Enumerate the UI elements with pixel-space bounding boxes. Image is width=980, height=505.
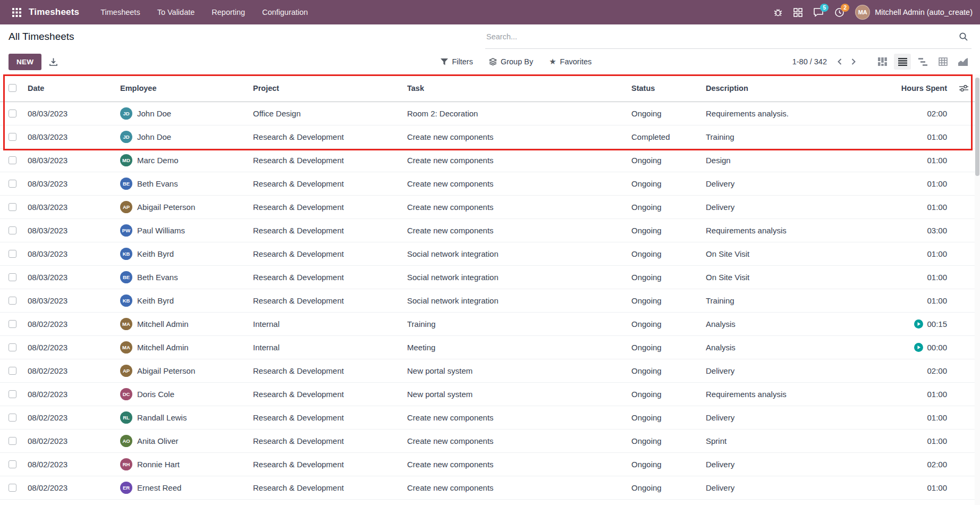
table-row[interactable]: 08/02/2023 EL Eli Lambert Research & Dev… bbox=[0, 500, 980, 505]
table-row[interactable]: 08/02/2023 ER Ernest Reed Research & Dev… bbox=[0, 476, 980, 500]
table-row[interactable]: 08/03/2023 BE Beth Evans Research & Deve… bbox=[0, 172, 980, 196]
breadcrumb[interactable]: All Timesheets bbox=[9, 31, 74, 43]
cell-project: Research & Development bbox=[253, 156, 407, 165]
table-row[interactable]: 08/02/2023 AO Anita Oliver Research & De… bbox=[0, 430, 980, 453]
select-all-checkbox[interactable] bbox=[9, 84, 16, 92]
messages-icon[interactable]: 5 bbox=[813, 7, 824, 18]
search-bar[interactable] bbox=[485, 24, 971, 49]
gantt-view-icon[interactable] bbox=[914, 54, 931, 70]
row-checkbox[interactable] bbox=[9, 180, 16, 188]
new-button[interactable]: NEW bbox=[9, 54, 41, 70]
menu-to-validate[interactable]: To Validate bbox=[151, 4, 201, 21]
employee-name: Marc Demo bbox=[137, 156, 179, 165]
timer-play-icon[interactable] bbox=[914, 319, 923, 329]
cell-project: Research & Development bbox=[253, 273, 407, 282]
timer-play-icon[interactable] bbox=[914, 343, 923, 352]
table-row[interactable]: 08/03/2023 AP Abigail Peterson Research … bbox=[0, 196, 980, 219]
row-checkbox[interactable] bbox=[9, 133, 16, 141]
debug-bug-icon[interactable] bbox=[773, 7, 783, 17]
user-avatar: MA bbox=[855, 5, 870, 20]
search-input[interactable] bbox=[486, 32, 959, 41]
column-header-task[interactable]: Task bbox=[407, 84, 631, 92]
table-row[interactable]: 08/02/2023 AP Abigail Peterson Research … bbox=[0, 359, 980, 383]
column-header-description[interactable]: Description bbox=[706, 84, 871, 92]
cell-task: Create new components bbox=[407, 483, 631, 492]
table-row[interactable]: 08/03/2023 JD John Doe Office Design Roo… bbox=[0, 102, 980, 125]
cell-status: Ongoing bbox=[631, 343, 706, 352]
control-panel-top: All Timesheets bbox=[0, 24, 980, 49]
menu-timesheets[interactable]: Timesheets bbox=[94, 4, 146, 21]
table-row[interactable]: 08/02/2023 RH Ronnie Hart Research & Dev… bbox=[0, 453, 980, 476]
grid-icon[interactable] bbox=[793, 8, 802, 17]
menu-configuration[interactable]: Configuration bbox=[256, 4, 314, 21]
column-header-date[interactable]: Date bbox=[28, 84, 120, 92]
filters-button[interactable]: Filters bbox=[441, 57, 472, 66]
row-checkbox[interactable] bbox=[9, 390, 16, 398]
favorites-button[interactable]: ★ Favorites bbox=[549, 57, 592, 66]
view-switcher bbox=[874, 54, 971, 70]
row-checkbox[interactable] bbox=[9, 343, 16, 351]
employee-name: Abigail Peterson bbox=[137, 203, 195, 212]
table-row[interactable]: 08/03/2023 PW Paul Williams Research & D… bbox=[0, 219, 980, 242]
row-checkbox[interactable] bbox=[9, 297, 16, 305]
employee-name: Keith Byrd bbox=[137, 249, 174, 258]
column-header-hours-spent[interactable]: Hours Spent bbox=[871, 84, 952, 92]
export-download-icon[interactable] bbox=[49, 57, 58, 66]
menu-reporting[interactable]: Reporting bbox=[205, 4, 251, 21]
row-checkbox[interactable] bbox=[9, 320, 16, 328]
favorites-label: Favorites bbox=[560, 57, 592, 66]
table-row[interactable]: 08/02/2023 MA Mitchell Admin Internal Me… bbox=[0, 336, 980, 359]
cell-task: Create new components bbox=[407, 413, 631, 422]
cell-task: Create new components bbox=[407, 436, 631, 445]
table-row[interactable]: 08/03/2023 JD John Doe Research & Develo… bbox=[0, 125, 980, 149]
search-icon[interactable] bbox=[959, 32, 968, 41]
apps-menu-icon[interactable] bbox=[7, 3, 26, 21]
employee-avatar: AP bbox=[120, 201, 132, 213]
row-checkbox[interactable] bbox=[9, 203, 16, 211]
pager-next-icon[interactable] bbox=[848, 56, 859, 68]
hours-value: 01:00 bbox=[927, 436, 947, 445]
table-row[interactable]: 08/02/2023 MA Mitchell Admin Internal Tr… bbox=[0, 313, 980, 336]
cell-task: Room 2: Decoration bbox=[407, 109, 631, 118]
row-checkbox[interactable] bbox=[9, 273, 16, 281]
cell-description: On Site Visit bbox=[706, 273, 871, 282]
row-checkbox[interactable] bbox=[9, 414, 16, 422]
employee-avatar: JD bbox=[120, 107, 132, 120]
app-title[interactable]: Timesheets bbox=[29, 7, 79, 18]
table-row[interactable]: 08/03/2023 MD Marc Demo Research & Devel… bbox=[0, 149, 980, 172]
scrollbar-thumb[interactable] bbox=[975, 78, 979, 176]
column-header-employee[interactable]: Employee bbox=[120, 84, 253, 92]
cell-date: 08/02/2023 bbox=[28, 460, 120, 469]
user-menu[interactable]: MA Mitchell Admin (auto_create) bbox=[855, 5, 973, 20]
vertical-scrollbar[interactable] bbox=[975, 74, 980, 505]
row-checkbox[interactable] bbox=[9, 437, 16, 445]
hours-value: 02:00 bbox=[927, 460, 947, 469]
row-checkbox[interactable] bbox=[9, 156, 16, 164]
table-row[interactable]: 08/02/2023 RL Randall Lewis Research & D… bbox=[0, 406, 980, 430]
pivot-view-icon[interactable] bbox=[934, 54, 951, 70]
activities-clock-icon[interactable]: 2 bbox=[834, 7, 844, 18]
optional-columns-icon[interactable] bbox=[959, 85, 968, 92]
row-checkbox[interactable] bbox=[9, 367, 16, 375]
kanban-view-icon[interactable] bbox=[874, 54, 891, 70]
pager-previous-icon[interactable] bbox=[834, 56, 845, 68]
graph-view-icon[interactable] bbox=[954, 54, 971, 70]
row-checkbox[interactable] bbox=[9, 250, 16, 258]
cell-status: Ongoing bbox=[631, 179, 706, 188]
main-menu: Timesheets To Validate Reporting Configu… bbox=[94, 4, 314, 21]
row-checkbox[interactable] bbox=[9, 226, 16, 234]
cell-status: Completed bbox=[631, 132, 706, 141]
row-checkbox[interactable] bbox=[9, 484, 16, 492]
list-view-icon[interactable] bbox=[894, 54, 911, 70]
group-by-button[interactable]: Group By bbox=[489, 57, 533, 66]
row-checkbox[interactable] bbox=[9, 110, 16, 117]
row-checkbox[interactable] bbox=[9, 460, 16, 468]
column-header-status[interactable]: Status bbox=[631, 84, 706, 92]
table-row[interactable]: 08/03/2023 BE Beth Evans Research & Deve… bbox=[0, 266, 980, 289]
hours-value: 03:00 bbox=[927, 226, 947, 235]
table-row[interactable]: 08/03/2023 KB Keith Byrd Research & Deve… bbox=[0, 242, 980, 266]
column-header-project[interactable]: Project bbox=[253, 84, 407, 92]
table-row[interactable]: 08/03/2023 KB Keith Byrd Research & Deve… bbox=[0, 289, 980, 313]
cell-status: Ongoing bbox=[631, 203, 706, 212]
table-row[interactable]: 08/02/2023 DC Doris Cole Research & Deve… bbox=[0, 383, 980, 406]
